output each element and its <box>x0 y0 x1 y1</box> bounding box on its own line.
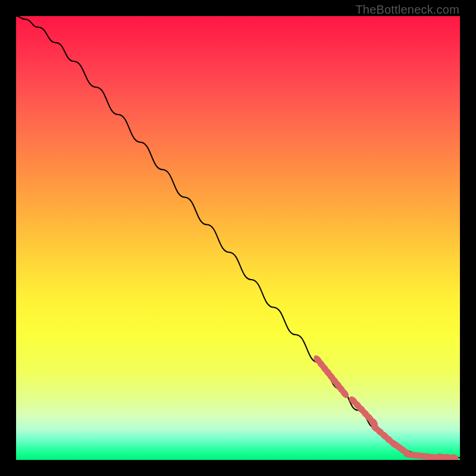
attribution-label: TheBottleneck.com <box>355 4 459 15</box>
scatter-dots <box>312 354 459 460</box>
bottleneck-curve <box>16 16 460 458</box>
scatter-dot <box>448 455 459 460</box>
chart-stage: TheBottleneck.com <box>0 0 476 476</box>
plot-svg <box>16 16 460 460</box>
plot-area <box>16 16 460 460</box>
